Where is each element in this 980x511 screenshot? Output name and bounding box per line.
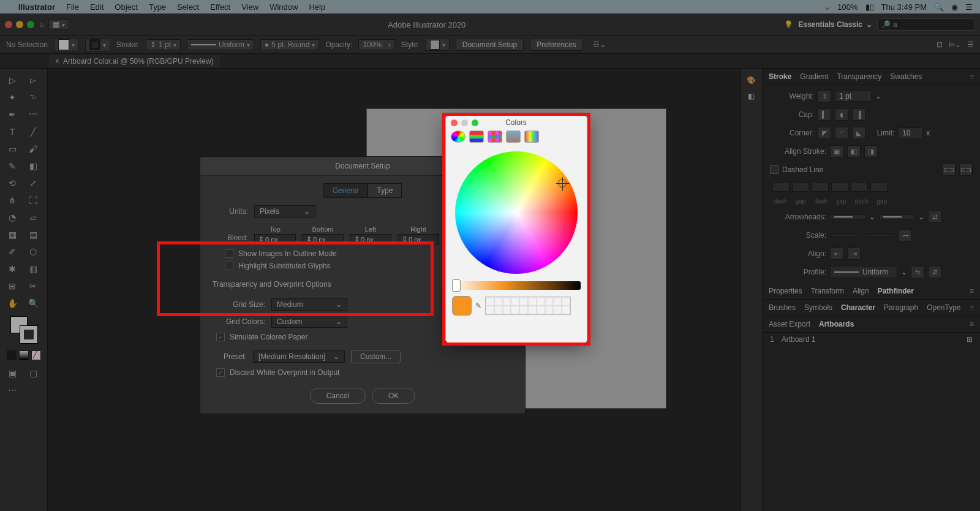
- stroke-weight-dd[interactable]: ⇕ 1 pt: [146, 39, 181, 50]
- cap-round[interactable]: ◖: [835, 108, 848, 121]
- color-panel-icon[interactable]: 🎨: [747, 76, 756, 85]
- color-tab-pencils[interactable]: [524, 131, 539, 143]
- spotlight-icon[interactable]: 🔍: [934, 2, 944, 12]
- arrow-align-tip[interactable]: ⇤: [830, 248, 843, 260]
- artboard-tool[interactable]: ⊞: [2, 278, 22, 294]
- document-tab[interactable]: × Artboard Color.ai @ 50% (RGB/GPU Previ…: [49, 55, 220, 67]
- type-tool[interactable]: T: [2, 124, 22, 140]
- dash-preserve-icon[interactable]: ⊏⊐: [942, 164, 956, 176]
- list-icon[interactable]: ☰: [967, 40, 974, 49]
- tab-align[interactable]: Align: [853, 287, 869, 295]
- color-tab-sliders[interactable]: [469, 131, 484, 143]
- scale-start[interactable]: [830, 234, 861, 237]
- brush-dd[interactable]: ● 5 pt. Round: [260, 39, 319, 50]
- tab-properties[interactable]: Properties: [769, 287, 802, 295]
- dash1[interactable]: [772, 182, 790, 192]
- magic-wand-tool[interactable]: ✦: [2, 89, 22, 105]
- tab-symbols[interactable]: Symbols: [804, 303, 832, 312]
- brightness-knob[interactable]: [452, 279, 461, 292]
- custom-button[interactable]: Custom...: [351, 350, 401, 363]
- canvas[interactable]: Document Setup General Type Edit Artboar…: [48, 69, 740, 511]
- style-dd[interactable]: [426, 39, 450, 51]
- arrow-align-end[interactable]: ⇥: [847, 248, 861, 260]
- tab-pathfinder[interactable]: Pathfinder: [878, 287, 914, 295]
- weight-input[interactable]: 1 pt: [835, 91, 872, 102]
- arrow-end[interactable]: [879, 214, 914, 219]
- fill-stroke-control[interactable]: [10, 316, 37, 343]
- align-inside[interactable]: ◧: [847, 145, 861, 157]
- align-guide-icon[interactable]: ⊫⌄: [949, 40, 961, 49]
- link-scale-icon[interactable]: ⊶: [899, 229, 912, 241]
- color-wheel[interactable]: [455, 151, 578, 274]
- bleed-top-input[interactable]: ⇕ 0 px: [254, 234, 296, 244]
- scale-end[interactable]: [864, 234, 895, 237]
- app-search[interactable]: 🔎 a: [877, 18, 975, 31]
- stroke-profile-dd[interactable]: Uniform: [187, 39, 254, 50]
- tab-type[interactable]: Type: [368, 183, 402, 198]
- tab-general[interactable]: General: [323, 183, 368, 198]
- panel-menu-icon-3[interactable]: ≡: [970, 303, 974, 312]
- minimize-window-icon[interactable]: [16, 21, 23, 28]
- limit-input[interactable]: 10: [898, 127, 922, 138]
- selection-tool[interactable]: ▷: [2, 72, 22, 88]
- weight-stepper[interactable]: ⇕: [818, 90, 831, 102]
- learn-icon[interactable]: 💡: [784, 20, 793, 29]
- color-tab-image[interactable]: [506, 131, 521, 143]
- direct-select-tool[interactable]: ▻: [23, 72, 43, 88]
- tab-transform[interactable]: Transform: [811, 287, 844, 295]
- stroke-color-icon[interactable]: [20, 326, 37, 343]
- bleed-bottom-input[interactable]: ⇕ 0 px: [302, 234, 344, 244]
- scale-tool[interactable]: ⤢: [23, 175, 43, 191]
- tab-gradient[interactable]: Gradient: [800, 72, 828, 81]
- blend-tool[interactable]: ⬡: [23, 244, 43, 260]
- tab-opentype[interactable]: OpenType: [927, 303, 960, 312]
- pen-tool[interactable]: ✒: [2, 107, 22, 123]
- dash3[interactable]: [851, 182, 868, 192]
- eyedropper-tool[interactable]: ✐: [2, 244, 22, 260]
- zoom-tool[interactable]: 🔍: [23, 295, 43, 311]
- units-dropdown[interactable]: Pixels⌄: [254, 205, 315, 218]
- menu-view[interactable]: View: [241, 2, 258, 12]
- color-mode-gradient[interactable]: [19, 350, 29, 360]
- close-tab-icon[interactable]: ×: [55, 57, 59, 66]
- chk-simulate-paper[interactable]: [216, 333, 225, 341]
- ok-button[interactable]: OK: [372, 388, 415, 404]
- colors-zoom-icon[interactable]: [472, 119, 478, 126]
- width-tool[interactable]: ⋔: [2, 192, 22, 208]
- menu-select[interactable]: Select: [177, 2, 199, 12]
- gap2[interactable]: [831, 182, 848, 192]
- shaper-tool[interactable]: ✎: [2, 158, 22, 174]
- profile-dd[interactable]: Uniform: [830, 266, 897, 278]
- chk-glyphs[interactable]: [225, 262, 233, 270]
- rotate-tool[interactable]: ⟲: [2, 175, 22, 191]
- align-outside[interactable]: ◨: [864, 145, 878, 157]
- tab-artboards[interactable]: Artboards: [819, 320, 854, 328]
- arrow-start[interactable]: [830, 214, 865, 219]
- cap-proj[interactable]: ▐: [852, 108, 865, 121]
- grid-size-dropdown[interactable]: Medium⌄: [271, 298, 347, 311]
- edit-toolbar-icon[interactable]: ⋯: [2, 382, 22, 398]
- menu-file[interactable]: File: [66, 2, 79, 12]
- tab-brushes[interactable]: Brushes: [769, 303, 796, 312]
- color-tab-wheel[interactable]: [451, 131, 466, 143]
- bleed-right-input[interactable]: ⇕ 0 px: [398, 234, 439, 244]
- artboard-list-row[interactable]: 1 Artboard 1 ⊞: [763, 333, 980, 346]
- eraser-tool[interactable]: ◧: [23, 158, 43, 174]
- corner-miter[interactable]: ◤: [818, 127, 831, 139]
- dash-align-icon[interactable]: ⊏⊐: [959, 164, 973, 176]
- menu-object[interactable]: Object: [115, 2, 138, 12]
- color-guide-icon[interactable]: ◧: [748, 92, 755, 100]
- document-setup-button[interactable]: Document Setup: [456, 39, 524, 51]
- cancel-button[interactable]: Cancel: [310, 388, 366, 404]
- perspective-tool[interactable]: ▱: [23, 210, 43, 225]
- artboard-options-icon[interactable]: ⊞: [967, 335, 973, 344]
- brightness-slider[interactable]: [452, 281, 581, 290]
- preferences-button[interactable]: Preferences: [530, 39, 583, 51]
- weight-dd-icon[interactable]: ⌄: [875, 92, 881, 100]
- menu-help[interactable]: Help: [309, 2, 325, 12]
- colors-minimize-icon[interactable]: [461, 119, 468, 126]
- wifi-icon[interactable]: ⌵: [825, 2, 830, 12]
- curvature-tool[interactable]: 〰: [23, 107, 43, 123]
- home-button[interactable]: ⌂: [39, 20, 43, 29]
- tab-character[interactable]: Character: [841, 303, 875, 312]
